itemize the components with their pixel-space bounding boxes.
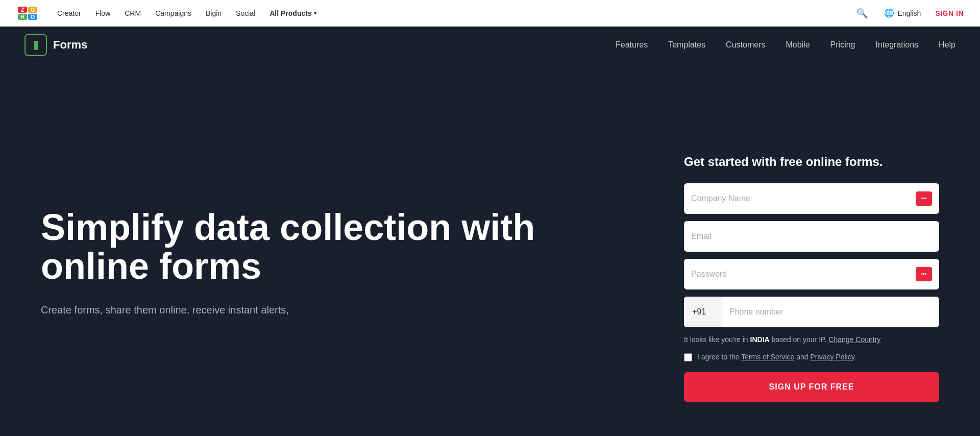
forms-logo-icon: ▮ (24, 34, 47, 56)
signup-panel: Get started with free online forms. ••• … (684, 124, 939, 402)
creator-link[interactable]: Creator (57, 9, 81, 17)
logo-o2: O (28, 14, 37, 20)
sign-in-button[interactable]: SIGN IN (935, 9, 964, 17)
logo-h: H (18, 14, 27, 20)
signup-panel-title: Get started with free online forms. (684, 155, 939, 169)
options-icon: ••• (921, 196, 927, 201)
search-button[interactable]: 🔍 (854, 6, 870, 21)
hero-title: Simplify data collection with online for… (41, 208, 653, 285)
top-nav: Z O H O Creator Flow CRM Campaigns Bigin… (0, 0, 980, 27)
email-field (684, 221, 939, 252)
hero-section: Simplify data collection with online for… (0, 63, 980, 436)
customers-link[interactable]: Customers (726, 40, 765, 50)
chevron-down-icon: ▾ (314, 10, 316, 16)
forms-logo[interactable]: ▮ Forms (24, 34, 87, 56)
language-label: English (897, 9, 921, 17)
flow-link[interactable]: Flow (95, 9, 111, 17)
logo-z: Z (18, 7, 27, 13)
terms-row: I agree to the Terms of Service and Priv… (684, 352, 939, 362)
terms-pre: I agree to the (697, 353, 741, 361)
features-link[interactable]: Features (616, 40, 648, 50)
forms-logo-text: Forms (53, 38, 87, 52)
password-input[interactable] (691, 259, 916, 289)
terms-checkbox[interactable] (684, 353, 692, 361)
company-name-field: ••• (684, 183, 939, 214)
all-products-label: All Products (270, 9, 311, 17)
pricing-link[interactable]: Pricing (830, 40, 855, 50)
terms-post: . (854, 353, 856, 361)
location-country: INDIA (750, 335, 770, 344)
help-link[interactable]: Help (939, 40, 955, 50)
terms-of-service-link[interactable]: Terms of Service (741, 353, 794, 361)
signup-submit-button[interactable]: SIGN UP FOR FREE (684, 372, 939, 402)
mobile-link[interactable]: Mobile (786, 40, 810, 50)
campaigns-link[interactable]: Campaigns (155, 9, 191, 17)
bigin-link[interactable]: Bigin (206, 9, 222, 17)
email-input[interactable] (691, 221, 932, 252)
globe-icon: 🌐 (884, 8, 894, 18)
company-name-options-button[interactable]: ••• (916, 191, 932, 206)
all-products-button[interactable]: All Products ▾ (270, 9, 316, 17)
privacy-policy-link[interactable]: Privacy Policy (811, 353, 854, 361)
phone-input[interactable] (722, 297, 939, 327)
search-icon: 🔍 (856, 8, 868, 18)
templates-link[interactable]: Templates (668, 40, 705, 50)
location-prefix: It looks like you're in (684, 335, 750, 344)
location-notice: It looks like you're in INDIA based on y… (684, 334, 939, 345)
phone-prefix: +91 (684, 297, 722, 327)
password-field: ••• (684, 259, 939, 289)
password-options-button[interactable]: ••• (916, 267, 932, 281)
language-button[interactable]: 🌐 English (884, 8, 921, 18)
main-nav-links: Features Templates Customers Mobile Pric… (616, 40, 955, 50)
password-options-icon: ••• (921, 271, 927, 277)
company-name-input[interactable] (691, 183, 916, 214)
main-nav: ▮ Forms Features Templates Customers Mob… (0, 27, 980, 63)
change-country-link[interactable]: Change Country (828, 335, 880, 344)
hero-subtitle: Create forms, share them online, receive… (41, 302, 347, 318)
location-middle: based on your IP. (770, 335, 829, 344)
hero-left: Simplify data collection with online for… (41, 178, 653, 348)
integrations-link[interactable]: Integrations (875, 40, 918, 50)
phone-field: +91 (684, 297, 939, 327)
terms-text: I agree to the Terms of Service and Priv… (697, 352, 856, 362)
crm-link[interactable]: CRM (125, 9, 141, 17)
zoho-logo[interactable]: Z O H O (16, 5, 39, 21)
logo-o1: O (28, 7, 37, 13)
social-link[interactable]: Social (236, 9, 255, 17)
terms-mid: and (794, 353, 810, 361)
